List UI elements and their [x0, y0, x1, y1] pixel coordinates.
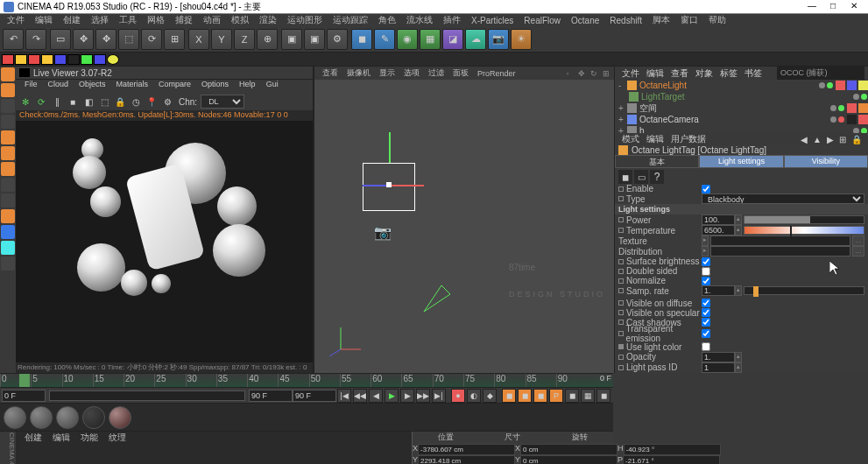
workplane2-icon[interactable] [1, 241, 15, 255]
model-mode-icon[interactable] [1, 67, 15, 81]
transemission-checkbox[interactable] [702, 329, 710, 338]
unknown-icon[interactable] [1, 257, 15, 271]
enable-checkbox[interactable] [702, 185, 710, 193]
keymode-button[interactable]: ◆ [483, 389, 497, 403]
generator-button[interactable]: ◉ [397, 29, 418, 50]
object-row-camera[interactable]: + OctaneCamera [615, 114, 868, 125]
maximize-button[interactable]: □ [822, 1, 843, 13]
move-tool[interactable]: ✥ [95, 29, 116, 50]
om-search[interactable]: OCOC (捕获) [777, 67, 864, 80]
undo-button[interactable]: ↶ [3, 29, 24, 50]
material-5[interactable] [109, 406, 131, 429]
live-select-tool[interactable]: ✥ [73, 29, 94, 50]
play-button[interactable]: ▶ [385, 389, 399, 403]
menu-tracker[interactable]: 运动跟踪 [328, 14, 373, 26]
am-up-icon[interactable]: ▲ [810, 135, 824, 144]
menu-xparticles[interactable]: X-Particles [466, 16, 519, 25]
texture-arrow[interactable]: ▸ [702, 236, 709, 246]
temperature-input[interactable] [702, 225, 735, 236]
autokey-toggle[interactable]: ◐ [467, 389, 481, 403]
menu-window[interactable]: 窗口 [675, 14, 703, 26]
attr-btn2[interactable]: ▭ [634, 170, 648, 184]
frame-cur-input[interactable] [249, 390, 293, 402]
surfbright-checkbox[interactable] [702, 257, 710, 266]
samprate-slider[interactable] [744, 286, 864, 295]
key2-button[interactable] [41, 54, 53, 65]
menu-mesh[interactable]: 网格 [142, 14, 170, 26]
vp-nav-1[interactable]: ◦ [561, 69, 574, 78]
menu-edit[interactable]: 编辑 [30, 14, 58, 26]
redo-button[interactable]: ↷ [25, 29, 46, 50]
lightpassid-input[interactable] [702, 362, 735, 373]
menu-snap[interactable]: 捕捉 [170, 14, 198, 26]
vp-filter[interactable]: 过滤 [424, 67, 448, 79]
vp-view[interactable]: 查看 [318, 67, 342, 79]
axis-z-toggle[interactable]: Z [234, 29, 255, 50]
attr-btn1[interactable]: ◼ [618, 170, 632, 184]
vp-panel[interactable]: 面板 [448, 67, 473, 79]
type-select[interactable]: Blackbody [702, 193, 864, 204]
om-edit[interactable]: 编辑 [643, 67, 667, 80]
select-tool[interactable]: ▭ [50, 29, 71, 50]
menu-mograph[interactable]: 运动图形 [282, 14, 328, 26]
pos-x-input[interactable] [418, 444, 515, 455]
lv-menu-options[interactable]: Options [196, 80, 234, 93]
attr-help-icon[interactable]: ? [650, 170, 664, 184]
record-keyframe-button[interactable]: ● [451, 389, 465, 403]
tag5-icon[interactable] [858, 103, 868, 113]
key-p-button[interactable]: ◼ [502, 389, 516, 403]
keyframe-button[interactable] [15, 54, 27, 65]
close-button[interactable]: ✕ [843, 1, 864, 13]
lv-gear-icon[interactable]: ⚙ [160, 95, 174, 109]
am-mode[interactable]: 模式 [618, 133, 643, 145]
material-2[interactable] [30, 406, 53, 429]
prev-frame-button[interactable]: ◀ [369, 389, 383, 403]
menu-pipeline[interactable]: 流水线 [401, 14, 438, 26]
goto-end-button[interactable]: ▶| [432, 389, 446, 403]
cube-primitive[interactable]: ◼ [351, 29, 372, 50]
opacity-spinner[interactable]: ▴ [735, 352, 742, 362]
menu-simulate[interactable]: 模拟 [226, 14, 254, 26]
record-button[interactable] [2, 54, 14, 65]
vp-options[interactable]: 选项 [399, 67, 424, 79]
menu-create[interactable]: 创建 [58, 14, 86, 26]
frame-end-input[interactable] [293, 390, 336, 402]
timeline-ruler[interactable]: 05 1015 2025 3035 4045 5055 6065 7075 80… [0, 373, 613, 387]
minimize-button[interactable]: — [801, 1, 822, 13]
key7-button[interactable] [107, 54, 119, 65]
timeline-playhead[interactable] [19, 374, 30, 387]
visdiffuse-checkbox[interactable] [702, 299, 710, 307]
lv-menu-file[interactable]: File [19, 80, 43, 93]
samprate-input[interactable] [702, 285, 735, 296]
castshadows-checkbox[interactable] [702, 318, 710, 327]
vp-nav-4[interactable]: ⊞ [598, 69, 610, 78]
lv-play-icon[interactable]: ⟳ [34, 95, 48, 109]
prev-key-button[interactable]: ◀◀ [353, 389, 367, 403]
menu-realflow[interactable]: RealFlow [519, 16, 566, 25]
axis-origin-gizmo[interactable] [386, 182, 392, 187]
rot-p-input[interactable] [623, 455, 720, 464]
light-button[interactable]: ☀ [511, 29, 532, 50]
key6-button[interactable] [94, 54, 106, 65]
distribution-clear[interactable]: … [852, 246, 864, 257]
lv-menu-cloud[interactable]: Cloud [43, 80, 74, 93]
snap-icon[interactable] [1, 225, 15, 239]
size-y-input[interactable] [520, 455, 617, 464]
texture-clear[interactable]: … [852, 236, 864, 246]
power-input[interactable] [702, 214, 735, 225]
tab-light-settings[interactable]: Light settings [699, 155, 783, 168]
point-mode-icon[interactable] [1, 130, 15, 144]
temperature-slider[interactable] [744, 226, 864, 235]
vp-nav-3[interactable]: ↻ [586, 69, 598, 78]
vp-prorender[interactable]: ProRender [473, 69, 520, 78]
render-settings-button[interactable]: ⚙ [327, 29, 348, 50]
target-cone-gizmo[interactable] [420, 281, 455, 316]
key-s-button[interactable]: ◼ [518, 389, 532, 403]
menu-help[interactable]: 帮助 [703, 14, 731, 26]
environment-button[interactable]: ☁ [465, 29, 486, 50]
texture-mode-icon[interactable] [1, 83, 15, 97]
lv-pause-icon[interactable]: ‖ [50, 95, 64, 109]
spline-primitive[interactable]: ✎ [374, 29, 395, 50]
power-spinner[interactable]: ▴ [735, 214, 742, 225]
object-row-lighttarget[interactable]: LightTarget [615, 91, 868, 102]
